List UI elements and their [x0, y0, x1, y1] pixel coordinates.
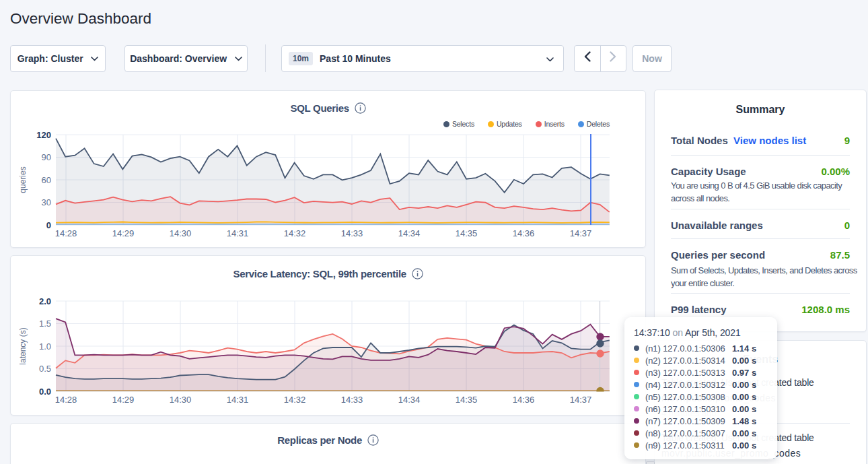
svg-text:14:29: 14:29 — [112, 395, 135, 405]
svg-text:14:34: 14:34 — [398, 228, 421, 238]
svg-text:14:31: 14:31 — [227, 395, 249, 405]
svg-text:1.0: 1.0 — [39, 341, 51, 352]
svg-text:14:33: 14:33 — [341, 395, 363, 405]
svg-text:14:35: 14:35 — [456, 395, 478, 405]
svg-text:14:36: 14:36 — [513, 228, 535, 238]
svg-text:14:36: 14:36 — [513, 395, 535, 405]
svg-text:14:37: 14:37 — [570, 228, 592, 238]
svg-text:90: 90 — [42, 152, 51, 162]
svg-text:0.5: 0.5 — [39, 364, 51, 374]
svg-text:14:28: 14:28 — [55, 395, 77, 405]
svg-text:14:29: 14:29 — [112, 228, 135, 238]
svg-text:14:33: 14:33 — [341, 228, 363, 238]
svg-text:14:32: 14:32 — [284, 395, 306, 405]
svg-text:2.0: 2.0 — [39, 296, 51, 306]
svg-text:14:34: 14:34 — [398, 395, 421, 405]
svg-text:30: 30 — [42, 197, 51, 207]
svg-text:14:32: 14:32 — [284, 228, 306, 238]
svg-text:120: 120 — [36, 130, 51, 140]
svg-text:1.5: 1.5 — [39, 319, 51, 329]
svg-text:0.0: 0.0 — [39, 387, 51, 397]
svg-text:0: 0 — [46, 220, 51, 230]
svg-text:queries: queries — [18, 166, 28, 193]
svg-text:14:31: 14:31 — [227, 228, 249, 238]
svg-text:14:30: 14:30 — [170, 395, 192, 405]
svg-text:14:35: 14:35 — [456, 228, 478, 238]
svg-text:60: 60 — [42, 175, 51, 185]
svg-text:14:37: 14:37 — [570, 395, 592, 405]
svg-text:latency (s): latency (s) — [18, 327, 28, 364]
svg-text:14:28: 14:28 — [55, 228, 77, 238]
svg-text:14:30: 14:30 — [170, 228, 192, 238]
